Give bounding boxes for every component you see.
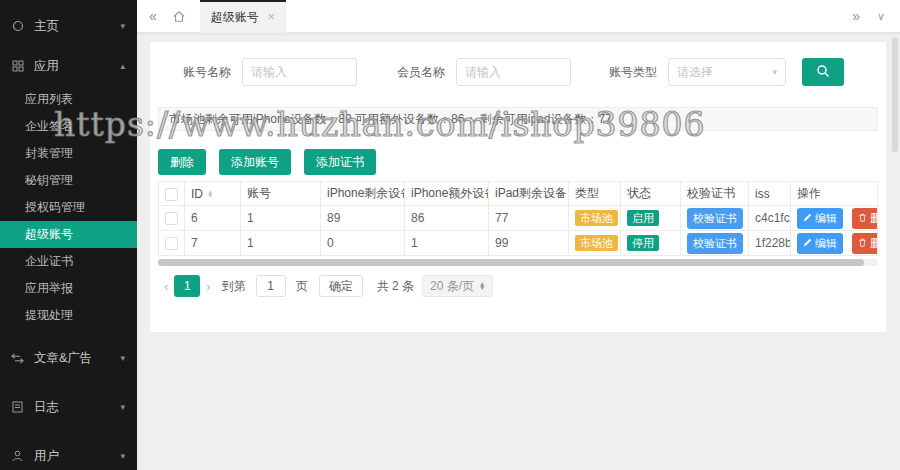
trash-icon bbox=[858, 237, 867, 249]
col-header-type: 类型 bbox=[569, 182, 621, 206]
collapse-sidebar-icon[interactable]: « bbox=[149, 8, 157, 24]
close-icon[interactable]: × bbox=[268, 10, 275, 24]
type-badge: 市场池 bbox=[575, 210, 618, 226]
tabbar-right-controls: » ∨ bbox=[852, 8, 900, 24]
sidebar-item-label: 日志 bbox=[34, 399, 59, 416]
sidebar-item-authcode-mgmt[interactable]: 授权码管理 bbox=[0, 194, 137, 221]
col-header-account: 账号 bbox=[241, 182, 321, 206]
chevron-down-icon: ▾ bbox=[120, 402, 125, 412]
sidebar-item-withdraw[interactable]: 提现处理 bbox=[0, 302, 137, 329]
tab-overflow-icon[interactable]: » bbox=[852, 8, 860, 24]
chevron-up-icon: ▴ bbox=[120, 61, 125, 71]
cell-iphone-extra: 86 bbox=[405, 206, 489, 231]
add-account-button[interactable]: 添加账号 bbox=[219, 149, 291, 175]
row-checkbox[interactable] bbox=[165, 237, 178, 250]
status-badge: 启用 bbox=[627, 210, 659, 226]
add-cert-button[interactable]: 添加证书 bbox=[304, 149, 376, 175]
goto-suffix-label: 页 bbox=[296, 278, 308, 295]
filter-row: 账号名称 会员名称 账号类型 请选择 ▾ bbox=[150, 42, 886, 90]
table-row: 7 1 0 1 99 市场池 停用 校验证书 1f228b 编辑 bbox=[159, 231, 878, 256]
goto-prefix-label: 到第 bbox=[222, 278, 246, 295]
sidebar-item-enterprise-sign[interactable]: 企业签名 bbox=[0, 113, 137, 140]
col-header-iss: iss bbox=[749, 182, 791, 206]
member-name-input[interactable] bbox=[456, 58, 571, 86]
cell-id: 6 bbox=[185, 206, 241, 231]
col-header-ipad-remaining: iPad剩余设备 bbox=[489, 182, 569, 206]
table-horizontal-scrollbar bbox=[158, 259, 878, 266]
select-placeholder: 请选择 bbox=[677, 64, 713, 81]
account-name-label: 账号名称 bbox=[183, 64, 231, 81]
chevron-down-icon: ▾ bbox=[120, 21, 125, 31]
vertical-scrollbar[interactable] bbox=[892, 37, 898, 152]
account-type-select[interactable]: 请选择 ▾ bbox=[668, 58, 786, 86]
scrollbar-thumb[interactable] bbox=[158, 259, 864, 266]
content-card: 账号名称 会员名称 账号类型 请选择 ▾ 市场池剩余可用iPhone设 bbox=[150, 42, 886, 332]
goto-page-input[interactable] bbox=[256, 275, 286, 297]
sidebar-item-label: 主页 bbox=[34, 18, 59, 35]
chevron-down-icon: ▾ bbox=[120, 451, 125, 461]
row-checkbox[interactable] bbox=[165, 212, 178, 225]
sidebar-item-package-mgmt[interactable]: 封装管理 bbox=[0, 140, 137, 167]
table-row: 6 1 89 86 77 市场池 启用 校验证书 c4c1fc 编辑 bbox=[159, 206, 878, 231]
select-all-checkbox[interactable] bbox=[165, 188, 178, 201]
col-header-verify: 校验证书 bbox=[681, 182, 749, 206]
confirm-button[interactable]: 确定 bbox=[319, 275, 363, 297]
tab-super-account[interactable]: 超级账号 × bbox=[200, 0, 286, 33]
chevron-down-icon: ▾ bbox=[120, 353, 125, 363]
account-name-input[interactable] bbox=[242, 58, 357, 86]
sidebar-item-app-list[interactable]: 应用列表 bbox=[0, 86, 137, 113]
sidebar-item-key-mgmt[interactable]: 秘钥管理 bbox=[0, 167, 137, 194]
home-icon[interactable] bbox=[172, 10, 186, 23]
sidebar-item-app[interactable]: 应用 ▴ bbox=[0, 46, 137, 86]
next-page-icon[interactable]: › bbox=[200, 279, 216, 294]
app-submenu: 应用列表 企业签名 封装管理 秘钥管理 授权码管理 超级账号 企业证书 应用举报… bbox=[0, 86, 137, 329]
search-icon bbox=[816, 64, 830, 81]
document-icon bbox=[10, 400, 25, 415]
sidebar-item-logs[interactable]: 日志 ▾ bbox=[0, 387, 137, 427]
prev-page-icon[interactable]: ‹ bbox=[158, 279, 174, 294]
circle-icon bbox=[10, 19, 25, 34]
sidebar-item-label: 应用 bbox=[34, 58, 59, 75]
verify-cert-button[interactable]: 校验证书 bbox=[687, 208, 743, 229]
cell-id: 7 bbox=[185, 231, 241, 256]
sidebar-item-super-account[interactable]: 超级账号 bbox=[0, 221, 137, 248]
col-header-id[interactable]: ID▲▼ bbox=[185, 182, 241, 206]
cell-account: 1 bbox=[241, 206, 321, 231]
pagination: ‹ 1 › 到第 页 确定 共 2 条 20 条/页 ▲▼ bbox=[158, 275, 878, 297]
sidebar-item-home[interactable]: 主页 ▾ bbox=[0, 6, 137, 46]
delete-row-button[interactable]: 删除 bbox=[852, 208, 877, 229]
sidebar-item-enterprise-cert[interactable]: 企业证书 bbox=[0, 248, 137, 275]
edit-button[interactable]: 编辑 bbox=[797, 233, 843, 254]
swap-icon bbox=[10, 351, 25, 366]
delete-row-button[interactable]: 删除 bbox=[852, 233, 877, 254]
verify-cert-button[interactable]: 校验证书 bbox=[687, 233, 743, 254]
grid-icon bbox=[10, 59, 25, 74]
sort-icon[interactable]: ▲▼ bbox=[207, 190, 213, 199]
sidebar-item-users[interactable]: 用户 ▾ bbox=[0, 436, 137, 470]
sidebar-item-label: 文章&广告 bbox=[34, 350, 92, 367]
filter-account-name: 账号名称 bbox=[183, 58, 357, 86]
search-button[interactable] bbox=[802, 58, 844, 86]
delete-button[interactable]: 删除 bbox=[158, 149, 206, 175]
cell-ipad-remaining: 99 bbox=[489, 231, 569, 256]
edit-button[interactable]: 编辑 bbox=[797, 208, 843, 229]
filter-account-type: 账号类型 请选择 ▾ bbox=[609, 58, 786, 86]
page-number-button[interactable]: 1 bbox=[174, 275, 200, 297]
sidebar-item-app-report[interactable]: 应用举报 bbox=[0, 275, 137, 302]
stepper-icon: ▲▼ bbox=[479, 282, 485, 291]
sidebar-item-articles-ads[interactable]: 文章&广告 ▾ bbox=[0, 338, 137, 378]
filter-member-name: 会员名称 bbox=[397, 58, 571, 86]
account-type-label: 账号类型 bbox=[609, 64, 657, 81]
sidebar: 主页 ▾ 应用 ▴ 应用列表 企业签名 封装管理 秘钥管理 授权码管理 超级账号… bbox=[0, 0, 137, 470]
type-badge: 市场池 bbox=[575, 235, 618, 251]
chevron-down-icon: ▾ bbox=[772, 67, 777, 77]
table-toolbar: 删除 添加账号 添加证书 bbox=[158, 149, 878, 175]
user-icon bbox=[10, 449, 25, 464]
accounts-table: ID▲▼ 账号 iPhone剩余设备 iPhone额外设备 iPad剩余设备 类… bbox=[158, 181, 878, 256]
trash-icon bbox=[858, 212, 867, 224]
pencil-icon bbox=[803, 237, 812, 249]
tab-menu-caret-icon[interactable]: ∨ bbox=[877, 10, 885, 23]
cell-iss: 1f228b bbox=[749, 231, 791, 256]
col-header-operation: 操作 bbox=[791, 182, 878, 206]
page-size-select[interactable]: 20 条/页 ▲▼ bbox=[422, 275, 493, 297]
